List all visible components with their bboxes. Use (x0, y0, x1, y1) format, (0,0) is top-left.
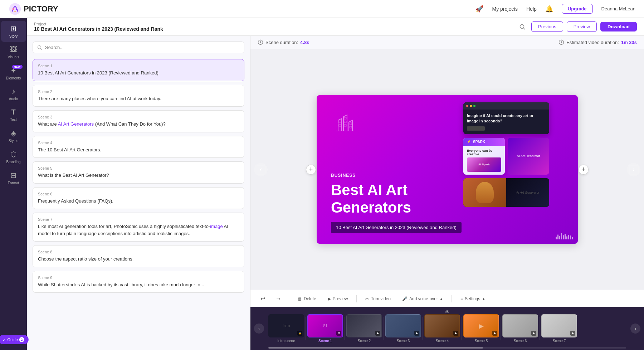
styles-icon: ◈ (11, 129, 16, 137)
scene-card-7[interactable]: Scene 7 Like most AI generation tools fo… (33, 213, 244, 242)
svg-point-0 (9, 3, 21, 14)
logo-text: PICTORY (24, 4, 58, 14)
audio-bar-9 (570, 235, 571, 239)
video-title: Best AI Art Generators (331, 181, 564, 216)
thumb-icon-4: ▶ (453, 331, 458, 336)
video-background: Imagine if AI could create any art or im… (317, 95, 578, 244)
audio-bar-2 (557, 234, 558, 239)
scene-card-2[interactable]: Scene 2 There are many places where you … (33, 85, 244, 107)
timeline-scene-1[interactable]: S1 🖼 Scene 1 (307, 314, 343, 343)
scene-text-6: Frequently Asked Questions (FAQs). (38, 198, 239, 205)
bell-icon[interactable]: 🔔 (545, 5, 553, 13)
sidebar-item-text[interactable]: T Text (1, 104, 26, 125)
scene-card-4[interactable]: Scene 4 The 10 Best AI Art Generators. (33, 136, 244, 158)
trim-button[interactable]: ✂ Trim video (362, 295, 394, 303)
settings-button[interactable]: ≡ Settings ▲ (458, 295, 488, 303)
prev-scene-button[interactable]: ‹ (254, 163, 268, 176)
svg-line-4 (524, 28, 525, 29)
timeline-scene-5[interactable]: ▶ ▶ Scene 5 (463, 314, 499, 343)
intro-thumb-text: Intro (283, 324, 290, 328)
sidebar-item-branding[interactable]: ⬡ Branding (1, 146, 26, 167)
timeline-scroll-left-button[interactable]: ‹ (254, 324, 264, 334)
search-input[interactable] (45, 45, 240, 50)
timeline-scene-2[interactable]: ▶ Scene 2 (346, 314, 382, 343)
timeline-scene-3[interactable]: ▶ Scene 3 (385, 314, 421, 343)
redo-button[interactable]: ↪ (274, 295, 283, 303)
upgrade-button[interactable]: Upgrade (562, 4, 593, 14)
timeline-scroll-right-button[interactable]: › (630, 324, 640, 334)
timeline-thumb-4: ▶ (424, 314, 460, 337)
nav-left: PICTORY (9, 3, 58, 15)
preview-button[interactable]: Preview (567, 21, 597, 32)
delete-icon: 🗑 (298, 296, 302, 301)
sidebar-item-elements[interactable]: NEW ✦ Elements (1, 63, 26, 84)
timeline-label-intro: Intro scene (277, 339, 295, 343)
timeline-thumb-6: ▶ (502, 314, 538, 337)
scene-text-2: There are many places where you can find… (38, 95, 239, 102)
timeline-label-5: Scene 5 (475, 339, 488, 343)
toolbar-preview-button[interactable]: ▶ Preview (325, 295, 351, 303)
scene-card-3[interactable]: Scene 3 What are AI Art Generators (And … (33, 110, 244, 132)
next-scene-button[interactable]: › (627, 163, 640, 176)
clock-icon-2 (558, 39, 564, 45)
timeline-scene-intro[interactable]: Intro 🔒 Intro scene (268, 314, 304, 343)
sidebar-item-format[interactable]: ⊟ Format (1, 167, 26, 189)
delete-button[interactable]: 🗑 Delete (295, 295, 319, 303)
timeline-separator-3 (423, 317, 423, 340)
previous-button[interactable]: Previous (531, 21, 563, 32)
add-right-button[interactable]: + (579, 165, 589, 175)
scene-card-5[interactable]: Scene 5 What is the Best AI Art Generato… (33, 161, 244, 184)
scene-number-7: Scene 7 (38, 217, 239, 222)
scene-text-9: While Shutterstock's AI is backed by its… (38, 281, 239, 288)
scene-card-8[interactable]: Scene 8 Choose the aspect ratio size of … (33, 245, 244, 267)
undo-button[interactable]: ↩ (258, 294, 268, 303)
audio-bar-10 (572, 237, 573, 239)
audio-bar-6 (565, 234, 566, 239)
sidebar-label-branding: Branding (6, 160, 20, 164)
timeline-scene-6[interactable]: ▶ Scene 6 (502, 314, 538, 343)
add-left-button[interactable]: + (306, 165, 316, 175)
voiceover-button[interactable]: 🎤 Add voice-over ▲ (399, 295, 446, 303)
scene-card-9[interactable]: Scene 9 While Shutterstock's AI is backe… (33, 271, 244, 293)
voiceover-label: Add voice-over (409, 296, 438, 301)
scene-card-6[interactable]: Scene 6 Frequently Asked Questions (FAQs… (33, 187, 244, 209)
sidebar-label-format: Format (8, 181, 19, 185)
mic-icon: 🎤 (402, 296, 408, 301)
sidebar-item-visuals[interactable]: 🖼 Visuals (1, 42, 26, 63)
project-header: Project 10 Best AI Art Generators in 202… (27, 18, 644, 36)
sidebar-item-styles[interactable]: ◈ Styles (1, 125, 26, 146)
scene-text-8: Choose the aspect ratio size of your cre… (38, 256, 239, 263)
scene-card-1[interactable]: Scene 1 10 Best AI Art Generators in 202… (33, 59, 244, 81)
timeline-thumb-3: ▶ (385, 314, 421, 337)
audio-bar-4 (561, 233, 562, 239)
timeline-separator-0 (306, 317, 306, 340)
download-button[interactable]: Download (600, 22, 637, 31)
rocket-icon[interactable]: 🚀 (475, 5, 483, 13)
search-icon[interactable] (517, 21, 528, 32)
duration-right: Estimated video duration: 1m 33s (558, 39, 637, 45)
my-projects-link[interactable]: My projects (492, 6, 518, 12)
scene-text-5: What is the Best AI Art Generator? (38, 172, 239, 179)
scene-number-2: Scene 2 (38, 89, 239, 94)
svg-point-1 (13, 8, 14, 10)
video-title-line1: Best AI Art (331, 181, 408, 198)
help-link[interactable]: Help (526, 6, 537, 12)
visuals-icon: 🖼 (10, 45, 17, 54)
project-title: 10 Best AI Art Generators in 2023 (Revie… (34, 26, 511, 32)
search-icon (37, 45, 42, 50)
timeline-scene-4[interactable]: ▶ Scene 4 (424, 314, 460, 343)
video-category: BUSINESS (331, 173, 564, 178)
logo[interactable]: PICTORY (9, 3, 58, 15)
svg-point-2 (16, 9, 18, 10)
thumb-icons-3: ▶ (414, 331, 419, 336)
timeline-scene-7[interactable]: ▶ Scene 7 (541, 314, 577, 343)
timeline-label-3: Scene 3 (397, 339, 410, 343)
sidebar-item-story[interactable]: ⊞ Story (1, 21, 26, 42)
toolbar-separator-2 (356, 295, 357, 302)
timeline-scrollbar[interactable] (268, 347, 626, 349)
guide-button[interactable]: ✓ Guide 2 (0, 335, 29, 344)
guide-icon: ✓ (3, 337, 6, 342)
svg-line-9 (260, 43, 262, 43)
toolbar-preview-label: Preview (333, 296, 348, 301)
sidebar-item-audio[interactable]: ♪ Audio (1, 84, 26, 104)
